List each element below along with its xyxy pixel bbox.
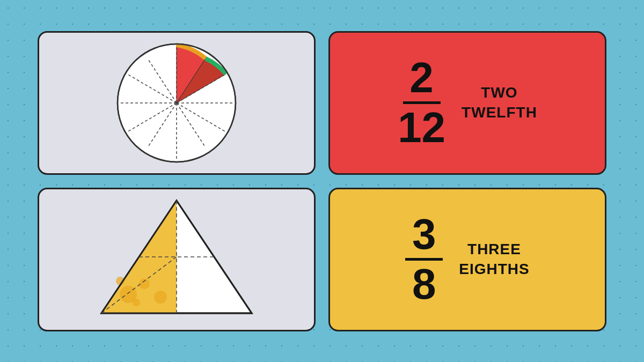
triangle-container bbox=[39, 189, 314, 330]
denominator-8: 8 bbox=[412, 263, 436, 306]
fraction-content-top: 2 12 TWO TWELFTH bbox=[330, 33, 605, 173]
fraction-words-top: TWO TWELFTH bbox=[462, 83, 537, 122]
card-triangle bbox=[38, 188, 316, 331]
fraction-number-bottom: 3 8 bbox=[405, 213, 443, 306]
fraction-words-bottom: THREE EIGHTHS bbox=[459, 240, 529, 279]
fraction-content-bottom: 3 8 THREE EIGHTHS bbox=[330, 189, 605, 330]
pie-chart-container bbox=[39, 33, 314, 173]
card-pie-chart bbox=[38, 31, 316, 175]
triangle-svg bbox=[85, 190, 268, 329]
numerator-2: 2 bbox=[409, 56, 434, 99]
main-grid: 2 12 TWO TWELFTH bbox=[27, 20, 617, 342]
card-three-eighths: 3 8 THREE EIGHTHS bbox=[328, 188, 606, 331]
fraction-number-top: 2 12 bbox=[398, 56, 445, 149]
svg-point-17 bbox=[139, 278, 150, 289]
card-two-twelfth: 2 12 TWO TWELFTH bbox=[328, 31, 606, 175]
svg-point-18 bbox=[154, 291, 167, 304]
pie-chart-svg bbox=[107, 33, 246, 173]
numerator-3: 3 bbox=[412, 213, 436, 256]
denominator-12: 12 bbox=[398, 106, 445, 149]
svg-point-20 bbox=[133, 299, 140, 306]
